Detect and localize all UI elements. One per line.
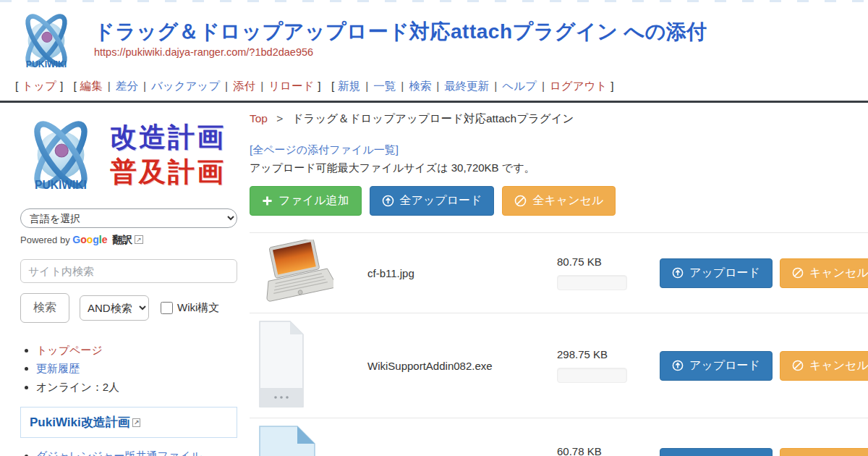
cancel-all-button[interactable]: 全キャンセル — [502, 186, 616, 216]
file-size: 298.75 KB — [557, 348, 644, 360]
breadcrumb-home-link[interactable]: Top — [250, 112, 268, 124]
laptop-photo-thumbnail — [258, 240, 333, 303]
max-upload-size-text: アップロード可能最大ファイルサイズは 30,720KB です。 — [250, 161, 868, 175]
banner-line-fukyuu: 普及計画 — [110, 155, 226, 190]
upload-progress-bar — [557, 368, 627, 383]
bracket: [ — [74, 80, 77, 92]
nav-link-list[interactable]: 一覧 — [373, 80, 396, 92]
upload-button[interactable]: アップロード — [660, 258, 773, 288]
nav-link-top[interactable]: トップ — [22, 80, 56, 92]
nav-link-edit[interactable]: 編集 — [80, 80, 103, 92]
upload-button[interactable]: アップロード — [660, 448, 773, 456]
page-url-link[interactable]: https://pukiwiki.dajya-ranger.com/?1bd2d… — [94, 46, 313, 58]
google-logo-text: G — [72, 234, 80, 245]
plus-icon — [262, 195, 273, 206]
online-counter: オンライン：2人 — [36, 381, 119, 393]
language-select[interactable]: 言語を選択 — [20, 208, 237, 228]
file-size: 80.75 KB — [557, 256, 644, 268]
ban-icon — [792, 267, 804, 279]
pipe-separator: | — [401, 80, 404, 92]
upload-label: アップロード — [689, 358, 760, 373]
pipe-separator: | — [365, 80, 368, 92]
nav-link-new[interactable]: 新規 — [338, 80, 360, 92]
file-name: cf-b11.jpg — [367, 267, 557, 279]
file-row: cf-b11.jpg 80.75 KB アップロード キャンセル — [250, 232, 868, 313]
cancel-label: キャンセル — [809, 266, 868, 281]
wiki-syntax-label: Wiki構文 — [177, 301, 219, 315]
pipe-separator: | — [108, 80, 111, 92]
pipe-separator: | — [260, 80, 263, 92]
nav-bar: [トップ] [編集|差分|バックアップ|添付|リロード] [新規|一覧|検索|最… — [0, 75, 868, 101]
upload-circle-icon — [672, 267, 684, 279]
sidebar-banner-logo[interactable]: PUKIWIKI 改造計画 普及計画 — [14, 111, 239, 198]
external-link-icon: ↗ — [135, 235, 143, 244]
upload-progress-bar — [557, 275, 627, 290]
pukiwiki-kaizou-link[interactable]: PukiWiki改造計画 — [30, 415, 130, 429]
file-size: 60.78 KB — [557, 445, 644, 456]
sidebar: PUKIWIKI 改造計画 普及計画 言語を選択 Powered by Goog… — [0, 103, 250, 456]
google-logo-text: g — [93, 234, 99, 245]
nav-link-diff[interactable]: 差分 — [116, 80, 138, 92]
logo-wordmark: PUKIWIKI — [35, 179, 87, 191]
nav-link-backup[interactable]: バックアップ — [151, 80, 220, 92]
breadcrumb-separator: > — [276, 112, 283, 124]
pipe-separator: | — [225, 80, 228, 92]
upload-file-list: cf-b11.jpg 80.75 KB アップロード キャンセル — [250, 232, 868, 456]
site-search-input[interactable] — [20, 259, 237, 283]
upload-button[interactable]: アップロード — [660, 351, 773, 381]
pipe-separator: | — [542, 80, 545, 92]
pukiwiki-atom-logo-large: PUKIWIKI — [14, 111, 107, 198]
bracket: [ — [331, 80, 334, 92]
file-row: WikiSupportAddin082.exe 298.75 KB アップロード… — [250, 313, 868, 418]
translate-link[interactable]: 翻訳 — [112, 234, 132, 245]
add-files-button[interactable]: ファイル追加 — [250, 186, 362, 216]
cancel-all-label: 全キャンセル — [532, 193, 603, 208]
cancel-button[interactable]: キャンセル — [780, 448, 868, 456]
wiki-syntax-checkbox[interactable] — [161, 302, 173, 314]
upload-all-label: 全アップロード — [400, 193, 482, 208]
upload-toolbar: ファイル追加 全アップロード 全キャンセル — [250, 186, 868, 216]
cancel-button[interactable]: キャンセル — [780, 351, 868, 381]
nav-link-help[interactable]: ヘルプ — [502, 80, 537, 92]
nav-link-logout[interactable]: ログアウト — [550, 80, 607, 92]
upload-all-button[interactable]: 全アップロード — [370, 186, 495, 216]
upload-circle-icon — [672, 360, 684, 371]
pipe-separator: | — [436, 80, 439, 92]
ban-icon — [792, 360, 804, 371]
pukiwiki-atom-logo[interactable]: PUKIWIKI — [10, 7, 82, 75]
ban-icon — [514, 195, 527, 207]
cancel-button[interactable]: キャンセル — [780, 258, 868, 288]
upload-circle-icon — [382, 195, 394, 207]
sidebar-item-toppage[interactable]: トップページ — [36, 344, 103, 356]
sidebar-link-list-top: トップページ 更新履歴 オンライン：2人 — [22, 342, 239, 395]
html-file-icon: </> — [258, 425, 316, 456]
nav-link-recent[interactable]: 最終更新 — [444, 80, 489, 92]
sidebar-item-recent-changes[interactable]: 更新履歴 — [36, 362, 80, 374]
sidebar-section-box: PukiWiki改造計画↗ — [20, 407, 237, 438]
external-link-icon: ↗ — [132, 418, 141, 427]
powered-by-text: Powered by — [20, 235, 72, 245]
pipe-separator: | — [143, 80, 146, 92]
banner-line-kaizou: 改造計画 — [110, 120, 226, 155]
search-button[interactable]: 検索 — [20, 293, 69, 323]
page-header: PUKIWIKI ドラッグ＆ドロップアップロード対応attachプラグイン への… — [0, 2, 868, 75]
bracket: [ — [15, 80, 18, 92]
bracket: ] — [60, 80, 63, 92]
breadcrumb: Top > ドラッグ＆ドロップアップロード対応attachプラグイン — [250, 111, 868, 127]
add-files-label: ファイル追加 — [278, 193, 349, 208]
generic-file-icon — [258, 320, 305, 408]
file-row: </> contents.html 60.78 KB アップロード キャンセル — [250, 418, 868, 456]
sidebar-item-common-files[interactable]: ダジャレンジャー版共通ファイル — [36, 449, 202, 456]
google-logo-text: o — [87, 234, 93, 245]
bracket: ] — [610, 80, 613, 92]
file-name: WikiSupportAddin082.exe — [367, 360, 557, 372]
nav-link-attach[interactable]: 添付 — [233, 80, 255, 92]
pipe-separator: | — [494, 80, 497, 92]
nav-link-reload[interactable]: リロード — [268, 80, 314, 92]
search-mode-select[interactable]: AND検索 — [80, 295, 149, 321]
nav-link-search[interactable]: 検索 — [409, 80, 431, 92]
sidebar-link-list-bottom: ダジャレンジャー版共通ファイル PukiWiki本体改造 PukiWikiテキス… — [22, 448, 239, 456]
breadcrumb-current: ドラッグ＆ドロップアップロード対応attachプラグイン — [292, 112, 574, 124]
page-title: ドラッグ＆ドロップアップロード対応attachプラグイン への添付 — [94, 18, 707, 46]
all-attachments-link[interactable]: [全ページの添付ファイル一覧] — [250, 143, 399, 157]
